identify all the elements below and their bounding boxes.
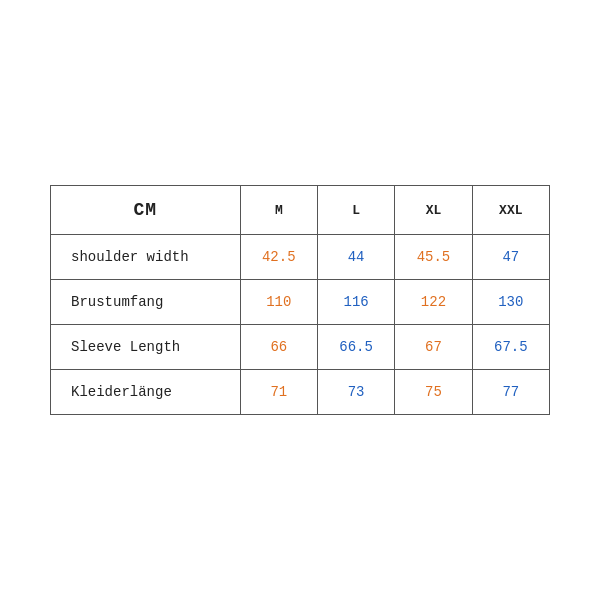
row-label: shoulder width: [51, 235, 241, 280]
cell-value: 73: [317, 370, 394, 415]
row-label: Kleiderlänge: [51, 370, 241, 415]
col-header-m: M: [240, 186, 317, 235]
cell-value: 71: [240, 370, 317, 415]
cell-value: 77: [472, 370, 549, 415]
cell-value: 66.5: [317, 325, 394, 370]
cell-value: 67.5: [472, 325, 549, 370]
cell-value: 67: [395, 325, 472, 370]
row-label: Brustumfang: [51, 280, 241, 325]
col-header-xl: XL: [395, 186, 472, 235]
table-row: Sleeve Length6666.56767.5: [51, 325, 550, 370]
cell-value: 110: [240, 280, 317, 325]
table-row: Kleiderlänge71737577: [51, 370, 550, 415]
cell-value: 122: [395, 280, 472, 325]
size-chart-container: CM M L XL XXL shoulder width42.54445.547…: [50, 185, 550, 415]
cell-value: 47: [472, 235, 549, 280]
cell-value: 66: [240, 325, 317, 370]
cell-value: 42.5: [240, 235, 317, 280]
cell-value: 130: [472, 280, 549, 325]
col-header-l: L: [317, 186, 394, 235]
col-header-xxl: XXL: [472, 186, 549, 235]
cell-value: 75: [395, 370, 472, 415]
cm-header: CM: [51, 186, 241, 235]
table-row: Brustumfang110116122130: [51, 280, 550, 325]
row-label: Sleeve Length: [51, 325, 241, 370]
cell-value: 116: [317, 280, 394, 325]
table-row: shoulder width42.54445.547: [51, 235, 550, 280]
cell-value: 45.5: [395, 235, 472, 280]
cell-value: 44: [317, 235, 394, 280]
size-table: CM M L XL XXL shoulder width42.54445.547…: [50, 185, 550, 415]
header-row: CM M L XL XXL: [51, 186, 550, 235]
